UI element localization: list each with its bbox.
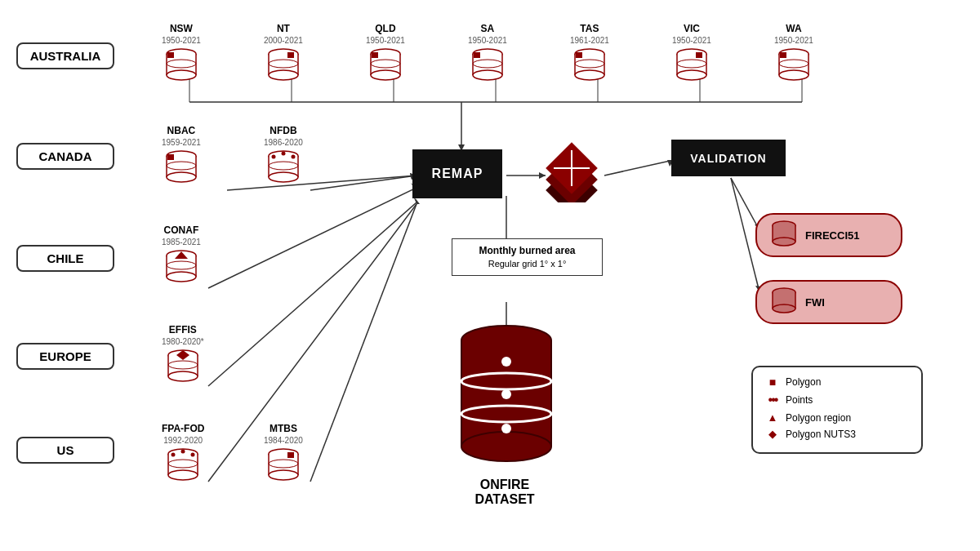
svg-marker-105 xyxy=(175,251,188,259)
svg-rect-40 xyxy=(167,52,174,58)
output-fwi: FWI xyxy=(755,280,902,324)
svg-point-97 xyxy=(281,152,285,156)
svg-point-153 xyxy=(773,304,795,313)
db-effis-icon xyxy=(165,349,201,384)
country-us: US xyxy=(16,437,114,464)
db-conaf-icon xyxy=(163,249,199,285)
svg-rect-89 xyxy=(167,154,174,160)
svg-point-139 xyxy=(461,406,551,422)
svg-marker-12 xyxy=(414,198,419,204)
svg-line-3 xyxy=(227,176,416,190)
svg-marker-14 xyxy=(415,198,420,204)
db-mtbs-icon xyxy=(265,447,301,483)
db-nsw-icon xyxy=(163,47,199,83)
db-sa-icon xyxy=(470,47,506,83)
db-nt-icon xyxy=(265,47,301,83)
legend-triangle-icon: ▲ xyxy=(766,411,779,424)
source-nsw: NSW 1950-2021 xyxy=(162,23,201,83)
svg-point-141 xyxy=(501,357,511,367)
svg-rect-82 xyxy=(780,52,786,58)
db-wa-icon xyxy=(776,47,812,83)
stacked-diamonds xyxy=(535,137,608,202)
country-chile: CHILE xyxy=(16,245,114,272)
svg-point-46 xyxy=(269,70,298,80)
svg-rect-128 xyxy=(287,452,294,458)
svg-line-7 xyxy=(208,188,416,288)
source-fpa-fod: FPA-FOD 1992-2020 xyxy=(162,423,204,483)
db-qld-icon xyxy=(368,47,403,83)
db-firecci51-icon xyxy=(769,220,799,250)
onfire-label: ONFIRE DATASET xyxy=(452,478,558,507)
validation-box: VALIDATION xyxy=(671,140,786,176)
mba-box: Monthly burned area Regular grid 1° x 1° xyxy=(452,238,603,276)
source-mtbs: MTBS 1984-2020 xyxy=(264,423,303,483)
onfire-db-icon xyxy=(453,322,559,469)
svg-point-60 xyxy=(473,70,502,80)
svg-point-142 xyxy=(501,389,511,399)
svg-point-118 xyxy=(168,470,198,480)
svg-point-120 xyxy=(181,450,185,454)
source-nt: NT 2000-2021 xyxy=(264,23,303,83)
remap-box: REMAP xyxy=(412,149,502,198)
svg-point-121 xyxy=(191,453,195,457)
svg-point-148 xyxy=(773,238,795,246)
svg-rect-68 xyxy=(576,52,582,58)
svg-point-143 xyxy=(501,424,511,433)
legend-polygon: ■ Polygon xyxy=(766,375,908,389)
svg-rect-47 xyxy=(287,52,294,58)
legend-box: ■ Polygon ••• Points ▲ Polygon region ◆ … xyxy=(751,366,923,454)
source-nbac: NBAC 1959-2021 xyxy=(162,125,201,185)
svg-point-96 xyxy=(271,155,275,159)
svg-line-21 xyxy=(604,160,674,176)
svg-rect-61 xyxy=(474,52,480,58)
svg-line-5 xyxy=(310,176,416,190)
svg-point-119 xyxy=(172,453,176,457)
source-nfdb: NFDB 1986-2020 xyxy=(264,125,303,185)
svg-point-95 xyxy=(269,172,298,182)
svg-point-81 xyxy=(779,70,808,80)
svg-point-104 xyxy=(167,272,196,282)
output-firecci51: FIRECCI51 xyxy=(755,213,902,257)
source-vic: VIC 1950-2021 xyxy=(672,23,711,83)
legend-dots-icon: ••• xyxy=(766,393,779,407)
svg-line-23 xyxy=(731,178,760,230)
svg-rect-75 xyxy=(696,52,702,58)
db-tas-icon xyxy=(572,47,608,83)
svg-line-9 xyxy=(208,202,416,386)
db-fwi-icon xyxy=(769,287,799,317)
source-effis: EFFIS 1980-2020* xyxy=(162,324,204,384)
svg-point-98 xyxy=(291,155,295,159)
legend-points: ••• Points xyxy=(766,393,908,407)
source-conaf: CONAF 1985-2021 xyxy=(162,224,201,285)
db-fpa-icon xyxy=(165,447,201,483)
legend-square-icon: ■ xyxy=(766,375,779,389)
svg-line-13 xyxy=(310,204,416,482)
svg-point-39 xyxy=(167,70,196,80)
diagram-container: AUSTRALIA CANADA CHILE EUROPE US NSW 195… xyxy=(0,0,980,551)
svg-point-138 xyxy=(461,373,551,389)
source-wa: WA 1950-2021 xyxy=(774,23,813,83)
svg-point-67 xyxy=(575,70,604,80)
db-nbac-icon xyxy=(163,149,199,185)
svg-point-127 xyxy=(269,470,298,480)
svg-point-53 xyxy=(371,70,400,80)
source-tas: TAS 1961-2021 xyxy=(570,23,609,83)
legend-polygon-nuts3: ◆ Polygon NUTS3 xyxy=(766,428,908,440)
svg-point-111 xyxy=(168,371,198,381)
svg-line-11 xyxy=(208,204,416,482)
svg-point-74 xyxy=(677,70,706,80)
legend-polygon-region: ▲ Polygon region xyxy=(766,411,908,424)
svg-point-88 xyxy=(167,172,196,182)
country-australia: AUSTRALIA xyxy=(16,42,114,69)
svg-rect-54 xyxy=(372,52,378,58)
db-vic-icon xyxy=(674,47,710,83)
country-europe: EUROPE xyxy=(16,343,114,370)
source-qld: QLD 1950-2021 xyxy=(366,23,405,83)
svg-point-140 xyxy=(461,432,551,461)
db-nfdb-icon xyxy=(265,149,301,185)
legend-diamond-icon: ◆ xyxy=(766,428,779,440)
source-sa: SA 1950-2021 xyxy=(468,23,507,83)
country-canada: CANADA xyxy=(16,143,114,170)
